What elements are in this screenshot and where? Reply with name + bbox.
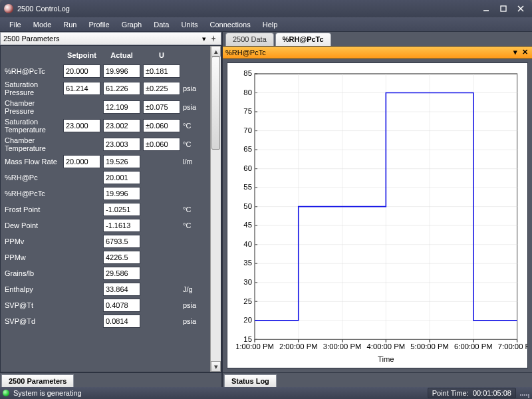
- doc-close-icon[interactable]: ✕: [520, 48, 529, 57]
- param-label: Saturation Temperature: [5, 118, 61, 134]
- param-actual-input[interactable]: [103, 65, 140, 78]
- param-row: Chamber Pressurepsia: [3, 98, 207, 116]
- document-tabs: 2500 Data%RH@PcTc: [223, 32, 532, 47]
- param-u-input[interactable]: [143, 100, 180, 114]
- param-row: Dew Point°C: [3, 217, 207, 233]
- param-actual-input[interactable]: [103, 219, 140, 232]
- param-label: SVP@Td: [5, 317, 61, 325]
- param-actual-input[interactable]: [103, 235, 140, 248]
- param-actual-input[interactable]: [103, 203, 140, 216]
- menu-run[interactable]: Run: [58, 19, 82, 30]
- svg-text:85: 85: [243, 69, 252, 77]
- param-actual-input[interactable]: [103, 119, 140, 132]
- param-label: Frost Point: [5, 205, 61, 213]
- menu-connections[interactable]: Connections: [205, 19, 256, 30]
- param-label: Chamber Pressure: [5, 99, 61, 115]
- scroll-up-button[interactable]: ▴: [211, 46, 221, 57]
- param-unit: °C: [183, 205, 203, 213]
- param-unit: psia: [183, 317, 203, 325]
- param-u-input[interactable]: [143, 82, 180, 95]
- svg-text:5:00:00 PM: 5:00:00 PM: [410, 342, 449, 350]
- svg-text:80: 80: [243, 88, 252, 96]
- right-panel: 2500 Data%RH@PcTc %RH@PcTc ▾ ✕ 152025303…: [223, 32, 532, 387]
- param-row: EnthalpyJ/g: [3, 281, 207, 297]
- param-actual-input[interactable]: [103, 171, 140, 184]
- param-row: Saturation Temperature°C: [3, 116, 207, 135]
- menu-graph[interactable]: Graph: [116, 19, 148, 30]
- doc-tab[interactable]: 2500 Data: [225, 33, 274, 46]
- param-unit: l/m: [183, 158, 203, 166]
- param-actual-input[interactable]: [103, 138, 140, 151]
- menu-help[interactable]: Help: [257, 19, 283, 30]
- doc-dropdown-icon[interactable]: ▾: [511, 48, 520, 57]
- param-unit: psia: [183, 84, 203, 92]
- left-panel: 2500 Parameters ▾ Setpoint Actual U %RH@…: [0, 32, 223, 387]
- param-label: Mass Flow Rate: [5, 158, 61, 166]
- chart[interactable]: 1520253035404550556065707580851:00:00 PM…: [227, 63, 528, 368]
- param-actual-input[interactable]: [103, 100, 140, 114]
- tab-2500-parameters[interactable]: 2500 Parameters: [1, 374, 74, 387]
- menu-units[interactable]: Units: [176, 19, 203, 30]
- param-label: Dew Point: [5, 221, 61, 229]
- minimize-button[interactable]: [479, 3, 493, 14]
- close-button[interactable]: [513, 3, 528, 14]
- param-actual-input[interactable]: [103, 315, 140, 328]
- param-actual-input[interactable]: [103, 155, 140, 168]
- param-label: %RH@Pc: [5, 174, 61, 182]
- svg-text:55: 55: [243, 183, 252, 191]
- param-label: Chamber Temperature: [5, 136, 61, 152]
- point-time: Point Time: 00:01:05:08: [428, 388, 516, 398]
- scroll-down-button[interactable]: ▾: [211, 361, 221, 372]
- param-row: %RH@PcTc: [3, 63, 207, 79]
- param-actual-input[interactable]: [103, 267, 140, 280]
- param-actual-input[interactable]: [103, 251, 140, 264]
- panel-header[interactable]: 2500 Parameters ▾: [0, 32, 221, 45]
- param-row: PPMv: [3, 233, 207, 249]
- param-row: Saturation Pressurepsia: [3, 79, 207, 98]
- param-row: Mass Flow Ratel/m: [3, 154, 207, 170]
- scrollbar[interactable]: ▴ ▾: [210, 46, 221, 372]
- svg-text:30: 30: [243, 278, 252, 286]
- pin-icon[interactable]: [209, 35, 218, 42]
- menu-data[interactable]: Data: [148, 19, 174, 30]
- param-label: Grains/lb: [5, 269, 61, 277]
- col-actual: Actual: [103, 51, 140, 59]
- param-row: %RH@PcTc: [3, 186, 207, 201]
- svg-text:40: 40: [243, 240, 252, 248]
- svg-text:15: 15: [243, 334, 252, 342]
- param-setpoint-input[interactable]: [63, 119, 100, 132]
- statusbar: System is generating Point Time: 00:01:0…: [0, 387, 532, 399]
- col-u: U: [143, 51, 180, 59]
- menu-mode[interactable]: Mode: [28, 19, 57, 30]
- doc-tab[interactable]: %RH@PcTc: [275, 33, 331, 46]
- param-row: %RH@Pc: [3, 170, 207, 186]
- param-actual-input[interactable]: [103, 187, 140, 200]
- svg-text:35: 35: [243, 259, 252, 267]
- document-header[interactable]: %RH@PcTc ▾ ✕: [223, 47, 532, 59]
- window-title: 2500 ControLog: [17, 5, 70, 13]
- param-setpoint-input[interactable]: [63, 155, 100, 168]
- menu-file[interactable]: File: [4, 19, 27, 30]
- point-time-value: 00:01:05:08: [473, 389, 511, 397]
- resize-grip-icon[interactable]: [520, 388, 529, 398]
- tab-status-log[interactable]: Status Log: [224, 374, 277, 387]
- param-actual-input[interactable]: [103, 299, 140, 312]
- panel-dropdown-icon[interactable]: ▾: [200, 35, 209, 43]
- param-row: Grains/lb: [3, 265, 207, 281]
- param-setpoint-input[interactable]: [63, 82, 100, 95]
- titlebar[interactable]: 2500 ControLog: [0, 0, 532, 17]
- svg-text:25: 25: [243, 297, 252, 305]
- menu-profile[interactable]: Profile: [83, 19, 114, 30]
- svg-text:20: 20: [243, 316, 252, 324]
- param-setpoint-input[interactable]: [63, 65, 100, 78]
- scroll-thumb[interactable]: [211, 57, 220, 150]
- maximize-button[interactable]: [496, 3, 511, 14]
- status-message: System is generating: [13, 389, 82, 397]
- param-row: SVP@Ttpsia: [3, 297, 207, 313]
- param-u-input[interactable]: [143, 138, 180, 151]
- param-actual-input[interactable]: [103, 82, 140, 95]
- param-row: Frost Point°C: [3, 201, 207, 217]
- param-actual-input[interactable]: [103, 283, 140, 296]
- param-u-input[interactable]: [143, 65, 180, 78]
- param-u-input[interactable]: [143, 119, 180, 132]
